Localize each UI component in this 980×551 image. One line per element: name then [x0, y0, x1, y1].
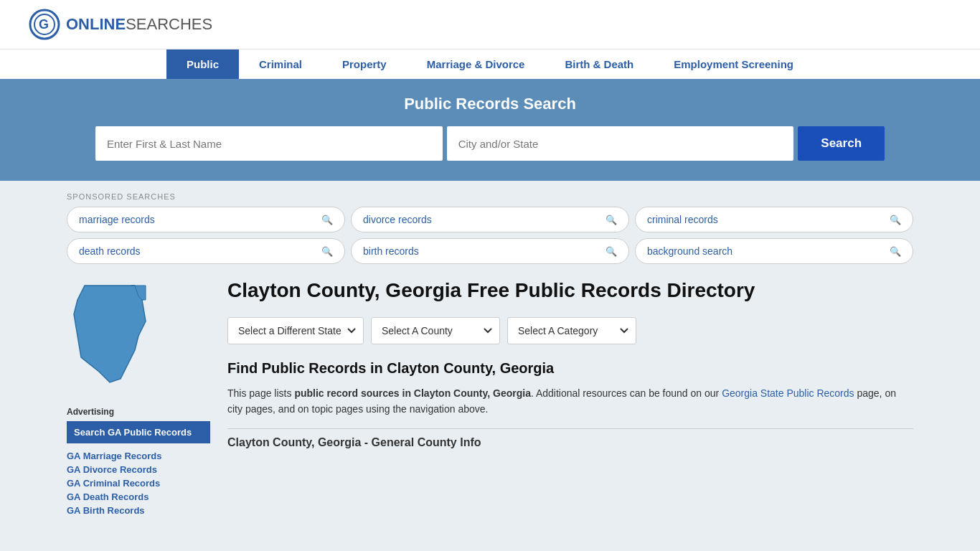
ad-link-birth[interactable]: GA Birth Records [67, 505, 210, 516]
city-search-input[interactable] [447, 126, 794, 161]
main-nav: Public Criminal Property Marriage & Divo… [0, 49, 980, 79]
ad-featured[interactable]: Search GA Public Records [67, 421, 210, 443]
nav-item-criminal[interactable]: Criminal [239, 50, 322, 79]
nav-item-birth-death[interactable]: Birth & Death [545, 50, 654, 79]
svg-text:G: G [39, 17, 49, 32]
sponsored-grid: marriage records 🔍 divorce records 🔍 cri… [67, 207, 913, 264]
sponsored-pill-birth[interactable]: birth records 🔍 [351, 238, 629, 264]
svg-marker-3 [74, 286, 146, 382]
nav-item-public[interactable]: Public [166, 50, 239, 79]
sponsored-pill-marriage[interactable]: marriage records 🔍 [67, 207, 345, 232]
main-content: Clayton County, Georgia Free Public Reco… [227, 278, 913, 519]
sponsored-label: SPONSORED SEARCHES [67, 192, 913, 201]
search-button[interactable]: Search [798, 126, 885, 161]
nav-item-marriage-divorce[interactable]: Marriage & Divorce [407, 50, 545, 79]
search-icon: 🔍 [606, 215, 617, 225]
sponsored-section: SPONSORED SEARCHES marriage records 🔍 di… [67, 192, 913, 264]
page-title: Clayton County, Georgia Free Public Reco… [227, 278, 913, 303]
logo[interactable]: G ONLINESEARCHES [29, 9, 212, 40]
search-icon: 🔍 [321, 215, 333, 225]
nav-item-property[interactable]: Property [322, 50, 407, 79]
sidebar: Advertising Search GA Public Records GA … [67, 278, 210, 519]
search-icon: 🔍 [321, 246, 333, 257]
main-area: SPONSORED SEARCHES marriage records 🔍 di… [45, 181, 935, 530]
sponsored-pill-criminal[interactable]: criminal records 🔍 [635, 207, 913, 232]
ad-link-marriage[interactable]: GA Marriage Records [67, 451, 210, 461]
sponsored-pill-divorce[interactable]: divorce records 🔍 [351, 207, 629, 232]
state-dropdown[interactable]: Select a Different State [227, 317, 364, 344]
ga-state-records-link[interactable]: Georgia State Public Records [722, 387, 854, 399]
search-icon: 🔍 [606, 246, 617, 257]
county-info-title: Clayton County, Georgia - General County… [227, 428, 913, 449]
ad-link-divorce[interactable]: GA Divorce Records [67, 464, 210, 475]
search-icon: 🔍 [890, 246, 901, 257]
search-icon: 🔍 [890, 215, 901, 225]
ad-section: Advertising Search GA Public Records GA … [67, 407, 210, 516]
ad-link-death[interactable]: GA Death Records [67, 491, 210, 502]
page-body: Advertising Search GA Public Records GA … [67, 278, 913, 519]
sponsored-pill-death[interactable]: death records 🔍 [67, 238, 345, 264]
content-area: SPONSORED SEARCHES marriage records 🔍 di… [45, 181, 935, 530]
logo-icon: G [29, 9, 60, 40]
nav-item-employment[interactable]: Employment Screening [654, 50, 814, 79]
ad-label: Advertising [67, 407, 210, 417]
ad-link-criminal[interactable]: GA Criminal Records [67, 478, 210, 489]
category-dropdown[interactable]: Select A Category [507, 317, 636, 344]
name-search-input[interactable] [95, 126, 443, 161]
header: G ONLINESEARCHES [0, 0, 980, 49]
find-records-title: Find Public Records in Clayton County, G… [227, 360, 913, 377]
dropdowns-row: Select a Different State Select A County… [227, 317, 913, 344]
records-description: This page lists public record sources in… [227, 385, 913, 418]
county-dropdown[interactable]: Select A County [371, 317, 500, 344]
search-banner: Public Records Search Search [0, 79, 980, 181]
search-banner-title: Public Records Search [29, 95, 951, 113]
sponsored-pill-background[interactable]: background search 🔍 [635, 238, 913, 264]
state-map [67, 278, 160, 386]
search-bar: Search [95, 126, 885, 161]
logo-text: ONLINESEARCHES [66, 15, 212, 34]
